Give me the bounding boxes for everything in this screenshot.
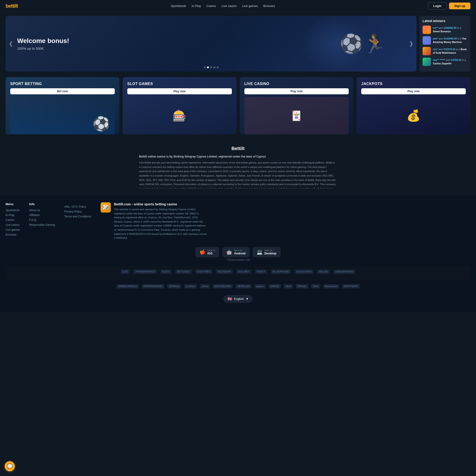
ios-get-it-label: Get it on <box>207 249 215 252</box>
desktop-icon: 💻 <box>257 249 262 255</box>
payment-ecopayz: ecoPayz <box>184 284 197 289</box>
logo-accent: ilt <box>14 3 18 9</box>
provider-relax: RELAX <box>317 270 330 274</box>
winner-thumb-3 <box>423 58 431 66</box>
language-selector[interactable]: 🇬🇧 English ▼ <box>223 295 253 303</box>
ios-platform-label: iOS <box>207 252 215 255</box>
payment-section: ANINDA HAVALE PARATRANSFER CEPBank ecoPa… <box>6 280 470 292</box>
footer-link-about[interactable]: About us <box>29 209 55 212</box>
payment-paratransfer: PARATRANSFER <box>142 284 164 289</box>
hero-dot-0[interactable] <box>204 67 205 68</box>
sport-visual <box>10 97 115 134</box>
hero-dot-3[interactable] <box>214 67 215 68</box>
footer-link-privacy[interactable]: Privacy Policy <box>64 210 91 213</box>
category-jackpots: JACKPOTS Play now 💰 <box>357 77 470 134</box>
provider-ejk: EJK <box>121 270 130 274</box>
ios-app-button[interactable]: 🍎 Get it on iOS <box>196 247 219 257</box>
jackpots-visual: 💰 <box>361 97 466 134</box>
slots-play-button[interactable]: Play now <box>127 88 232 94</box>
payment-mastercard1: MASTERCARD <box>213 284 233 289</box>
hero-section: ❮ ⚽🏃 Welcome bonus! 100% up to 500€ ❯ La… <box>0 12 476 75</box>
winner-text-3: Joa** ****** won €4706.80 in a Cazino Ze… <box>433 58 467 65</box>
category-sport: SPORT BETTING Bet now <box>6 77 119 134</box>
android-get-it-label: Get it on <box>234 249 246 252</box>
footer-menu-heading: Menu <box>6 202 20 206</box>
chevron-down-icon: ▼ <box>246 297 249 301</box>
provider-betsson: Betsson <box>216 270 233 274</box>
payment-papara: papara <box>254 284 266 289</box>
category-sport-title: SPORT BETTING <box>10 82 115 86</box>
bet-now-button[interactable]: Bet now <box>10 88 115 94</box>
providers-row: EJK Thunderkick nJoy BETSORT iSoftBet Be… <box>11 270 465 274</box>
footer-link-affiliates[interactable]: Affiliates <box>29 214 55 217</box>
hero-dot-4[interactable] <box>217 67 219 68</box>
category-slots-image: 🎰 <box>127 97 232 134</box>
hero-banner: ❮ ⚽🏃 Welcome bonus! 100% up to 500€ ❯ <box>6 16 417 71</box>
category-live-casino: LIVE CASINO Play now 🃏 <box>240 77 354 134</box>
footer-brand-content: Bettilt.com - online sports betting casi… <box>114 202 207 240</box>
footer-link-live-games[interactable]: Live games <box>6 228 20 231</box>
category-jackpots-image: 💰 <box>361 97 466 134</box>
footer-legal-col: AML / KYC Policy Privacy Policy Terms an… <box>64 202 91 240</box>
footer-link-live-casino[interactable]: Live casino <box>6 223 20 226</box>
signup-button[interactable]: Sign up <box>449 2 470 9</box>
footer-link-faq[interactable]: F.A.Q. <box>29 218 55 222</box>
nav-bonuses[interactable]: Bonuses <box>263 4 275 8</box>
winner-text-2: Jos* won €10375.00 in a Book of Gold Mul… <box>433 48 467 54</box>
header: bettilt Sportsbook In-Play Casino Live c… <box>0 0 476 12</box>
latest-winners-panel: Latest winners tut** won €288000.00 in a… <box>419 16 470 71</box>
category-live-casino-image: 🃏 <box>244 97 349 134</box>
winner-item-1: ade* won €142940.00 in a The Amazing Mon… <box>423 36 467 45</box>
provider-thunderkick: Thunderkick <box>133 270 157 274</box>
nav-live-games[interactable]: Live games <box>242 4 258 8</box>
android-app-button[interactable]: 🤖 Get it on Android <box>222 247 250 257</box>
footer-link-sportsbook[interactable]: Sportsbook <box>6 209 20 212</box>
language-label: English <box>234 297 244 301</box>
footer-link-aml[interactable]: AML / KYC Policy <box>64 205 91 208</box>
provider-quickspin: quickspin <box>295 270 313 274</box>
footer-link-responsible-gaming[interactable]: Responsible Gaming <box>29 223 55 226</box>
nav-sportsbook[interactable]: Sportsbook <box>171 4 186 8</box>
apple-icon: 🍎 <box>200 249 205 255</box>
category-jackpots-title: JACKPOTS <box>361 82 466 86</box>
footer-link-terms[interactable]: Terms and Conditions <box>64 215 91 218</box>
payment-cryptopay: CRYPTOPAY <box>342 284 360 289</box>
provider-njoy: nJoy <box>161 270 171 274</box>
winner-item-3: Joa** ****** won €4706.80 in a Cazino Ze… <box>423 58 467 66</box>
payment-visa: VISA <box>311 284 320 289</box>
live-casino-play-button[interactable]: Play now <box>244 88 349 94</box>
footer-link-casino[interactable]: Casino <box>6 218 20 222</box>
footer-columns: Menu Sportsbook In-Play Casino Live casi… <box>6 202 470 240</box>
nav-casino[interactable]: Casino <box>206 4 216 8</box>
payment-neteller: NETELLER <box>236 284 252 289</box>
hero-visual: ⚽🏃 <box>328 16 398 71</box>
nav-live-casino[interactable]: Live casino <box>222 4 237 8</box>
provider-endorphina: Endorphina <box>334 270 355 274</box>
hero-dots <box>204 67 219 68</box>
footer-info-heading: Info <box>29 202 55 206</box>
payment-mifinity: MiFinity <box>296 284 308 289</box>
jackpots-play-button[interactable]: Play now <box>361 88 466 94</box>
footer-link-inplay[interactable]: In-Play <box>6 214 20 217</box>
category-live-casino-title: LIVE CASINO <box>244 82 349 86</box>
hero-dot-1[interactable] <box>207 67 209 68</box>
payment-mastercard2: Mastercard <box>323 284 339 289</box>
logo[interactable]: bettilt <box>6 3 18 9</box>
category-slots-title: SLOT GAMES <box>127 82 232 86</box>
android-platform-label: Android <box>234 252 246 255</box>
footer-link-bonuses[interactable]: Bonuses <box>6 233 20 236</box>
app-download-section: 🍎 Get it on iOS 🤖 Get it on Android 💻 Ge… <box>6 247 470 257</box>
desktop-app-button[interactable]: 💻 Get it on Desktop <box>253 247 280 257</box>
footer-info-col: Info About us Affiliates F.A.Q. Responsi… <box>29 202 55 240</box>
login-button[interactable]: Login <box>428 2 447 10</box>
hero-arrow-right[interactable]: ❯ <box>409 41 413 47</box>
hero-arrow-left[interactable]: ❮ <box>9 41 13 47</box>
desktop-platform-label: Desktop <box>264 252 276 255</box>
hero-dot-2[interactable] <box>210 67 212 68</box>
winner-text-0: tut** won €288000.00 in a Sweet Bonanza <box>433 26 467 33</box>
category-sport-image <box>10 97 115 134</box>
chrome-note: * Chrome browser only <box>6 258 470 261</box>
nav-inplay[interactable]: In-Play <box>192 4 201 8</box>
winner-thumb-2 <box>423 47 431 55</box>
slots-visual: 🎰 <box>127 97 232 134</box>
